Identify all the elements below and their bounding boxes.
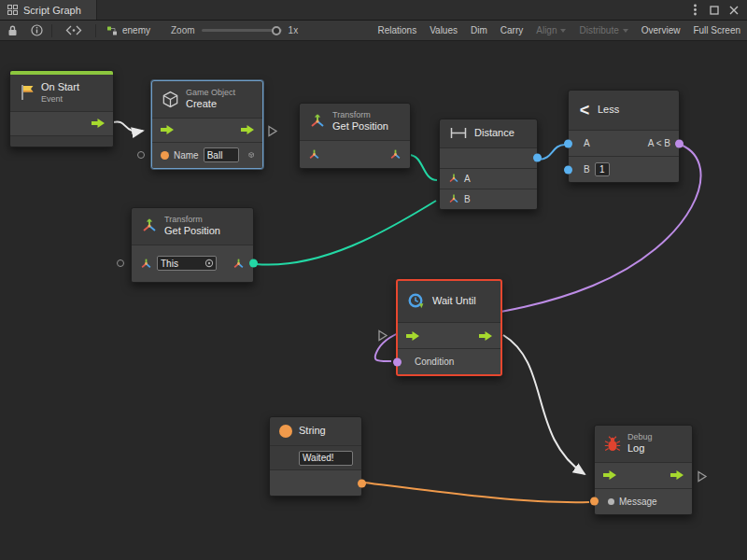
lock-icon[interactable] <box>0 21 24 41</box>
tab-script-graph[interactable]: Script Graph <box>0 0 97 20</box>
node-header: Transform Get Position <box>300 104 410 140</box>
zoom-slider[interactable] <box>202 29 282 32</box>
flow-output-arrow-icon[interactable] <box>670 470 684 480</box>
b-value-field[interactable] <box>595 162 610 176</box>
maximize-icon[interactable] <box>706 3 723 18</box>
flow-input-arrow-icon[interactable] <box>161 125 174 134</box>
unconnected-port-ring[interactable] <box>117 259 124 267</box>
vector3-output-port-icon[interactable] <box>389 148 402 161</box>
less-output-port[interactable] <box>675 139 684 147</box>
port-a-row: A <box>440 168 537 189</box>
unconnected-output-triangle[interactable] <box>267 125 278 137</box>
less-input-a-port[interactable] <box>564 139 572 147</box>
unconnected-input-triangle[interactable] <box>377 329 388 342</box>
window-menu-icon[interactable] <box>686 3 703 18</box>
flow-output-arrow-icon[interactable] <box>92 119 105 128</box>
data-port-row <box>300 140 410 168</box>
window-controls <box>686 0 747 20</box>
relations-button[interactable]: Relations <box>371 21 423 41</box>
node-debug-log[interactable]: Debug Log Message <box>594 425 693 515</box>
tab-title: Script Graph <box>23 5 81 16</box>
port-label: Condition <box>415 357 454 367</box>
node-category: Transform <box>164 215 220 225</box>
align-dropdown[interactable]: Align <box>529 21 572 41</box>
graph-asset-crumb[interactable]: enemy <box>99 25 158 36</box>
message-port-row: Message <box>595 488 692 514</box>
flow-output-arrow-icon[interactable] <box>479 331 492 341</box>
vector3-port-icon[interactable] <box>448 193 459 204</box>
transform-input-port-icon[interactable] <box>308 148 320 161</box>
graph-window-icon <box>7 5 18 15</box>
node-title: Less <box>598 104 619 117</box>
less-than-icon: < <box>578 102 591 119</box>
flow-output-arrow-icon[interactable] <box>241 125 254 134</box>
graph-asset-name: enemy <box>122 25 150 35</box>
node-subtitle: Event <box>41 94 79 105</box>
unconnected-output-triangle[interactable] <box>697 470 708 483</box>
vector3-output-port[interactable] <box>249 259 258 268</box>
code-view-icon[interactable] <box>55 21 92 41</box>
port-label: A <box>464 174 471 184</box>
condition-input-port[interactable] <box>393 357 402 366</box>
wire-string-to-debuglog-message <box>364 483 589 502</box>
flow-input-arrow-icon[interactable] <box>406 331 419 341</box>
message-input-port[interactable] <box>590 497 599 506</box>
dim-button[interactable]: Dim <box>464 21 494 41</box>
port-label: A <box>584 138 590 148</box>
script-graph-asset-icon <box>106 25 118 36</box>
node-distance[interactable]: Distance A B <box>439 119 538 210</box>
name-input-port[interactable] <box>161 151 169 160</box>
close-icon[interactable] <box>726 3 742 18</box>
port-label: Message <box>619 497 657 507</box>
node-get-position-2[interactable]: Transform Get Position <box>131 207 254 283</box>
vector3-output-port-icon[interactable] <box>233 258 245 270</box>
chevron-down-icon <box>623 29 628 33</box>
values-button[interactable]: Values <box>423 21 464 41</box>
node-category: Debug <box>627 432 653 442</box>
node-header: Transform Get Position <box>132 208 253 245</box>
transform-icon <box>141 217 158 234</box>
transform-input-port-icon[interactable] <box>140 258 152 270</box>
condition-port-row: Condition <box>398 348 500 374</box>
node-title: Log <box>627 442 653 455</box>
full-screen-button[interactable]: Full Screen <box>686 21 747 41</box>
node-less[interactable]: < Less A A < B B <box>568 90 680 183</box>
wire-waituntil-to-debuglog <box>503 335 585 474</box>
wait-clock-icon <box>407 292 426 311</box>
zoom-slider-handle[interactable] <box>272 26 281 35</box>
message-port-dot <box>608 498 614 505</box>
node-header: On Start Event <box>10 75 113 111</box>
unconnected-port-ring[interactable] <box>137 151 145 159</box>
toolbar-separator <box>95 24 96 37</box>
node-on-start-event[interactable]: On Start Event <box>9 70 114 147</box>
node-gameobject-create[interactable]: Game Object Create Name <box>151 80 263 169</box>
name-value-field[interactable] <box>204 147 239 162</box>
carry-button[interactable]: Carry <box>494 21 529 41</box>
wire-getposition2-to-distance-b <box>256 201 436 265</box>
string-value-field[interactable] <box>299 451 353 466</box>
vector3-port-icon[interactable] <box>448 173 459 184</box>
node-wait-until[interactable]: Wait Until Condition <box>396 279 502 376</box>
node-header: Debug Log <box>595 426 692 462</box>
distribute-dropdown[interactable]: Distribute <box>572 21 634 41</box>
distance-output-port[interactable] <box>533 154 542 162</box>
zoom-label: Zoom <box>171 25 195 35</box>
node-get-position-1[interactable]: Transform Get Position <box>299 103 411 169</box>
graph-canvas[interactable]: On Start Event Game Object Create <box>0 41 747 560</box>
object-picker-icon[interactable] <box>204 259 214 268</box>
string-output-port[interactable] <box>358 479 366 487</box>
less-input-b-port[interactable] <box>564 165 572 174</box>
node-title: On Start <box>41 81 79 94</box>
info-icon[interactable] <box>24 21 49 41</box>
name-port-row: Name <box>152 142 262 168</box>
flow-input-arrow-icon[interactable] <box>603 470 616 480</box>
distance-ruler-icon <box>449 127 468 139</box>
node-title: Wait Until <box>432 295 476 308</box>
gameobject-output-cube-icon[interactable] <box>248 148 254 161</box>
output-port-row <box>440 147 537 168</box>
node-header: Wait Until <box>398 281 500 322</box>
node-string-literal[interactable]: String <box>269 416 362 497</box>
graph-toolbar: enemy Zoom 1x Relations Values Dim Carry… <box>0 21 747 41</box>
overview-button[interactable]: Overview <box>635 21 687 41</box>
node-header: < Less <box>569 91 679 130</box>
